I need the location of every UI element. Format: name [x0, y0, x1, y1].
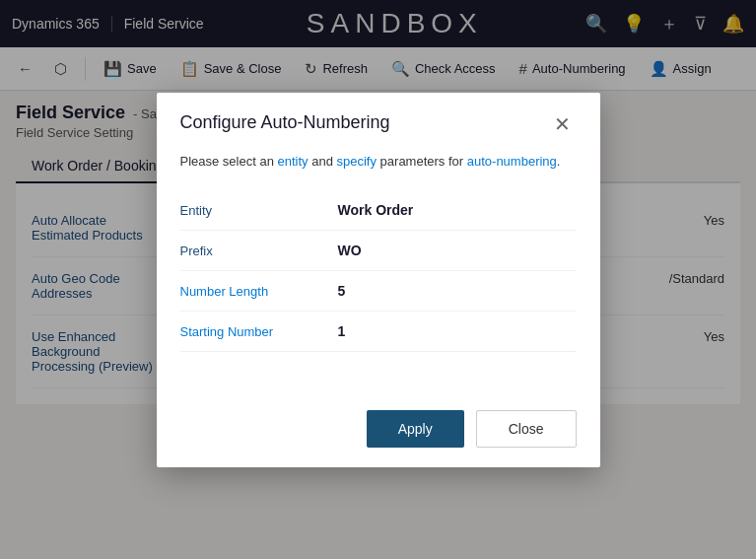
specify-link[interactable]: specify: [337, 154, 377, 169]
modal-fields: Entity Work Order Prefix WO Number Lengt…: [180, 190, 577, 352]
modal-footer: Apply Close: [157, 394, 600, 467]
field-label-prefix: Prefix: [180, 244, 338, 258]
field-value-number-length: 5: [338, 283, 346, 299]
auto-numbering-link[interactable]: auto-numbering: [467, 154, 557, 169]
modal-body: Please select an entity and specify para…: [157, 148, 600, 394]
field-value-entity: Work Order: [338, 202, 414, 218]
field-value-starting-number: 1: [338, 323, 346, 339]
field-row-prefix: Prefix WO: [180, 231, 577, 271]
auto-numbering-modal: Configure Auto-Numbering ✕ Please select…: [157, 93, 600, 467]
entity-link[interactable]: entity: [278, 154, 309, 169]
modal-title: Configure Auto-Numbering: [180, 112, 390, 133]
field-label-number-length[interactable]: Number Length: [180, 284, 338, 299]
modal-description: Please select an entity and specify para…: [180, 152, 577, 172]
apply-button[interactable]: Apply: [367, 410, 464, 448]
modal-header: Configure Auto-Numbering ✕: [157, 93, 600, 148]
modal-overlay: Configure Auto-Numbering ✕ Please select…: [0, 0, 756, 559]
field-label-starting-number[interactable]: Starting Number: [180, 324, 338, 339]
field-row-entity: Entity Work Order: [180, 190, 577, 231]
field-row-starting-number: Starting Number 1: [180, 312, 577, 352]
field-row-number-length: Number Length 5: [180, 271, 577, 312]
modal-close-button[interactable]: ✕: [548, 112, 577, 136]
field-label-entity: Entity: [180, 203, 338, 218]
close-modal-button[interactable]: Close: [476, 410, 577, 448]
field-value-prefix: WO: [338, 243, 362, 258]
